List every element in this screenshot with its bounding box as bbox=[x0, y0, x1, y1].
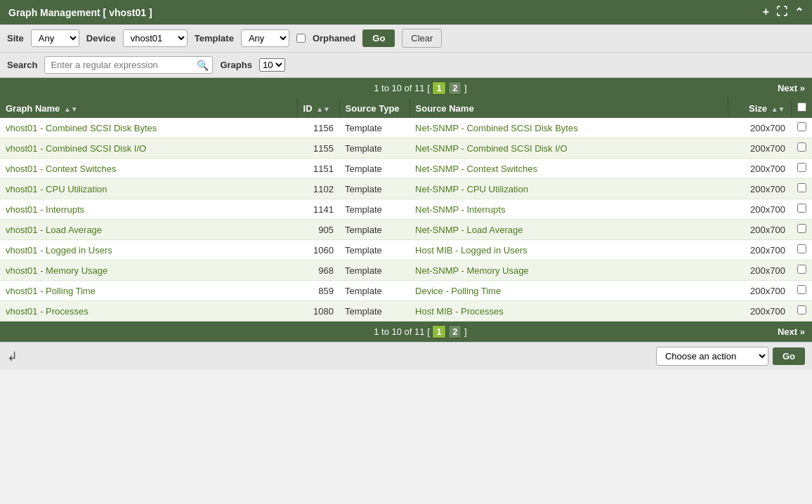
sort-size-icon[interactable]: ▲▼ bbox=[771, 105, 785, 113]
cell-id: 968 bbox=[297, 260, 339, 281]
search-input[interactable] bbox=[44, 56, 213, 74]
graphs-label: Graphs bbox=[220, 60, 252, 70]
orphaned-label: Orphaned bbox=[313, 33, 355, 44]
sort-id-icon[interactable]: ▲▼ bbox=[316, 105, 330, 113]
graph-name-link[interactable]: vhost01 - Memory Usage bbox=[6, 265, 107, 276]
cell-source-name: Net-SNMP - Load Average bbox=[410, 220, 728, 240]
table-row: vhost01 - Memory Usage 968 Template Net-… bbox=[0, 260, 812, 281]
source-name-link[interactable]: Device - Polling Time bbox=[415, 286, 501, 296]
graph-name-link[interactable]: vhost01 - Logged in Users bbox=[6, 245, 112, 256]
title-bar-icons: + ⛶ ⌃ bbox=[763, 6, 804, 19]
cell-source-type: Template bbox=[339, 220, 410, 240]
bottom-next-button[interactable]: Next » bbox=[778, 326, 805, 337]
row-checkbox[interactable] bbox=[797, 183, 806, 192]
source-name-link[interactable]: Net-SNMP - Memory Usage bbox=[415, 265, 529, 276]
graphs-table: Graph Name ▲▼ ID ▲▼ Source Type Source N… bbox=[0, 98, 812, 321]
device-select[interactable]: vhost01 bbox=[123, 29, 188, 47]
top-pager: 1 to 10 of 11 [ 1 2 ] Next » bbox=[0, 78, 812, 98]
source-name-link[interactable]: Net-SNMP - Load Average bbox=[415, 225, 523, 235]
row-checkbox[interactable] bbox=[797, 265, 806, 274]
collapse-icon[interactable]: ⌃ bbox=[794, 6, 804, 19]
top-next-button[interactable]: Next » bbox=[778, 83, 805, 93]
filter-bar: Site Any Device vhost01 Template Any Orp… bbox=[0, 25, 812, 53]
source-name-link[interactable]: Net-SNMP - Combined SCSI Disk I/O bbox=[415, 143, 567, 154]
source-name-link[interactable]: Net-SNMP - Combined SCSI Disk Bytes bbox=[415, 123, 578, 133]
source-name-link[interactable]: Host MIB - Logged in Users bbox=[415, 245, 528, 256]
cell-graph-name: vhost01 - Load Average bbox=[0, 220, 297, 240]
table-header-row: Graph Name ▲▼ ID ▲▼ Source Type Source N… bbox=[0, 98, 812, 118]
graph-name-link[interactable]: vhost01 - CPU Utilization bbox=[6, 184, 107, 194]
graph-name-link[interactable]: vhost01 - Load Average bbox=[6, 225, 102, 235]
bottom-right-actions: Choose an action Go bbox=[656, 347, 805, 366]
go-button[interactable]: Go bbox=[362, 29, 395, 47]
top-page-1[interactable]: 1 bbox=[432, 81, 445, 95]
page-title: Graph Management [ vhost01 ] bbox=[8, 7, 152, 18]
row-checkbox[interactable] bbox=[797, 244, 806, 253]
cell-graph-name: vhost01 - CPU Utilization bbox=[0, 179, 297, 199]
top-close-bracket: ] bbox=[464, 83, 467, 93]
cell-checkbox bbox=[791, 199, 812, 220]
row-checkbox[interactable] bbox=[797, 122, 806, 131]
cell-source-type: Template bbox=[339, 199, 410, 220]
source-name-link[interactable]: Net-SNMP - Interrupts bbox=[415, 204, 505, 215]
graph-name-link[interactable]: vhost01 - Combined SCSI Disk I/O bbox=[6, 143, 146, 154]
cell-source-type: Template bbox=[339, 301, 410, 321]
search-icon[interactable]: 🔍 bbox=[197, 60, 209, 71]
col-id: ID ▲▼ bbox=[297, 98, 339, 118]
top-page-2[interactable]: 2 bbox=[448, 81, 461, 95]
row-checkbox[interactable] bbox=[797, 305, 806, 314]
bottom-page-2[interactable]: 2 bbox=[448, 325, 461, 338]
cell-checkbox bbox=[791, 220, 812, 240]
cell-size: 200x700 bbox=[728, 301, 791, 321]
source-name-link[interactable]: Net-SNMP - Context Switches bbox=[415, 164, 537, 174]
row-checkbox[interactable] bbox=[797, 204, 806, 213]
source-name-link[interactable]: Host MIB - Processes bbox=[415, 306, 504, 317]
cell-size: 200x700 bbox=[728, 138, 791, 159]
graph-name-link[interactable]: vhost01 - Combined SCSI Disk Bytes bbox=[6, 123, 157, 133]
table-row: vhost01 - Context Switches 1151 Template… bbox=[0, 159, 812, 179]
row-checkbox[interactable] bbox=[797, 285, 806, 294]
cell-size: 200x700 bbox=[728, 240, 791, 260]
cell-source-type: Template bbox=[339, 240, 410, 260]
cell-graph-name: vhost01 - Logged in Users bbox=[0, 240, 297, 260]
template-select[interactable]: Any bbox=[241, 29, 289, 47]
row-checkbox[interactable] bbox=[797, 142, 806, 152]
cell-graph-name: vhost01 - Polling Time bbox=[0, 281, 297, 301]
col-source-name: Source Name bbox=[410, 98, 728, 118]
col-size: Size ▲▼ bbox=[728, 98, 791, 118]
cell-checkbox bbox=[791, 260, 812, 281]
clear-button[interactable]: Clear bbox=[402, 29, 442, 48]
site-select[interactable]: Any bbox=[31, 29, 79, 47]
return-icon: ↲ bbox=[7, 349, 18, 364]
graph-name-link[interactable]: vhost01 - Polling Time bbox=[6, 286, 96, 296]
cell-graph-name: vhost01 - Context Switches bbox=[0, 159, 297, 179]
cell-checkbox bbox=[791, 179, 812, 199]
cell-size: 200x700 bbox=[728, 260, 791, 281]
row-checkbox[interactable] bbox=[797, 163, 806, 172]
bottom-page-1[interactable]: 1 bbox=[432, 325, 445, 338]
graph-name-link[interactable]: vhost01 - Interrupts bbox=[6, 204, 84, 215]
row-checkbox[interactable] bbox=[797, 224, 806, 233]
action-select[interactable]: Choose an action bbox=[656, 347, 768, 366]
orphaned-checkbox[interactable] bbox=[296, 34, 306, 43]
action-go-button[interactable]: Go bbox=[773, 347, 805, 365]
graph-name-link[interactable]: vhost01 - Context Switches bbox=[6, 164, 117, 174]
col-source-type: Source Type bbox=[339, 98, 410, 118]
select-all-checkbox[interactable] bbox=[797, 102, 806, 112]
sort-graph-name-icon[interactable]: ▲▼ bbox=[64, 105, 78, 113]
graphs-select[interactable]: 10 20 30 bbox=[259, 58, 285, 72]
cell-checkbox bbox=[791, 118, 812, 138]
cell-graph-name: vhost01 - Memory Usage bbox=[0, 260, 297, 281]
source-name-link[interactable]: Net-SNMP - CPU Utilization bbox=[415, 184, 528, 194]
col-graph-name: Graph Name ▲▼ bbox=[0, 98, 297, 118]
add-icon[interactable]: + bbox=[763, 6, 769, 19]
cell-source-type: Template bbox=[339, 179, 410, 199]
search-label: Search bbox=[7, 60, 37, 70]
table-row: vhost01 - Logged in Users 1060 Template … bbox=[0, 240, 812, 260]
cell-source-name: Net-SNMP - Combined SCSI Disk I/O bbox=[410, 138, 728, 159]
cell-size: 200x700 bbox=[728, 118, 791, 138]
graph-name-link[interactable]: vhost01 - Processes bbox=[6, 306, 89, 317]
cell-source-name: Host MIB - Logged in Users bbox=[410, 240, 728, 260]
cell-graph-name: vhost01 - Interrupts bbox=[0, 199, 297, 220]
expand-icon[interactable]: ⛶ bbox=[776, 6, 787, 19]
